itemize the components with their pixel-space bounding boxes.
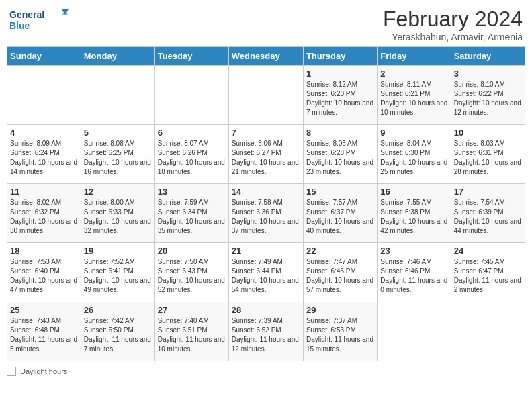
day-number: 7 <box>232 128 300 138</box>
day-info: Sunrise: 7:54 AM Sunset: 6:39 PM Dayligh… <box>454 198 522 236</box>
calendar-cell: 15Sunrise: 7:57 AM Sunset: 6:37 PM Dayli… <box>303 184 377 243</box>
day-info: Sunrise: 8:04 AM Sunset: 6:30 PM Dayligh… <box>380 139 447 177</box>
day-info: Sunrise: 8:11 AM Sunset: 6:21 PM Dayligh… <box>380 80 447 118</box>
day-number: 13 <box>158 187 226 197</box>
calendar-cell: 8Sunrise: 8:05 AM Sunset: 6:28 PM Daylig… <box>303 125 377 184</box>
calendar-day-header: Monday <box>81 47 154 66</box>
day-number: 8 <box>306 128 374 138</box>
calendar-week-row: 11Sunrise: 8:02 AM Sunset: 6:32 PM Dayli… <box>7 184 525 243</box>
day-number: 4 <box>10 128 78 138</box>
day-number: 5 <box>84 128 152 138</box>
calendar-cell: 12Sunrise: 8:00 AM Sunset: 6:33 PM Dayli… <box>81 184 154 243</box>
calendar-cell: 18Sunrise: 7:53 AM Sunset: 6:40 PM Dayli… <box>7 243 81 302</box>
day-info: Sunrise: 7:57 AM Sunset: 6:37 PM Dayligh… <box>306 198 374 236</box>
day-info: Sunrise: 7:43 AM Sunset: 6:48 PM Dayligh… <box>10 316 78 354</box>
calendar-day-header: Tuesday <box>154 47 228 66</box>
calendar-week-row: 25Sunrise: 7:43 AM Sunset: 6:48 PM Dayli… <box>7 302 525 361</box>
day-number: 21 <box>232 246 300 256</box>
calendar-day-header: Friday <box>378 47 451 66</box>
calendar-day-header: Thursday <box>303 47 377 66</box>
day-number: 2 <box>380 68 447 79</box>
logo: General Blue <box>9 7 70 34</box>
day-number: 12 <box>84 187 152 197</box>
day-info: Sunrise: 8:07 AM Sunset: 6:26 PM Dayligh… <box>158 139 226 177</box>
calendar-cell: 24Sunrise: 7:45 AM Sunset: 6:47 PM Dayli… <box>451 243 525 302</box>
day-number: 3 <box>454 68 522 79</box>
day-number: 16 <box>380 187 447 197</box>
day-info: Sunrise: 7:37 AM Sunset: 6:53 PM Dayligh… <box>306 316 374 354</box>
calendar-cell: 9Sunrise: 8:04 AM Sunset: 6:30 PM Daylig… <box>378 125 451 184</box>
day-info: Sunrise: 8:02 AM Sunset: 6:32 PM Dayligh… <box>10 198 78 236</box>
calendar-cell: 20Sunrise: 7:50 AM Sunset: 6:43 PM Dayli… <box>154 243 228 302</box>
day-number: 9 <box>380 128 447 138</box>
day-number: 11 <box>10 187 78 197</box>
day-number: 6 <box>158 128 226 138</box>
day-info: Sunrise: 7:40 AM Sunset: 6:51 PM Dayligh… <box>158 316 226 354</box>
day-info: Sunrise: 7:58 AM Sunset: 6:36 PM Dayligh… <box>232 198 300 236</box>
calendar-cell: 13Sunrise: 7:59 AM Sunset: 6:34 PM Dayli… <box>154 184 228 243</box>
day-info: Sunrise: 8:03 AM Sunset: 6:31 PM Dayligh… <box>454 139 522 177</box>
calendar-cell <box>7 66 81 125</box>
day-number: 19 <box>84 246 152 256</box>
calendar-cell <box>451 302 525 361</box>
calendar-day-header: Saturday <box>451 47 525 66</box>
day-info: Sunrise: 7:55 AM Sunset: 6:38 PM Dayligh… <box>380 198 447 236</box>
page-header: General Blue February 2024 Yeraskhahun, … <box>7 7 525 42</box>
day-number: 22 <box>306 246 374 256</box>
calendar-cell: 2Sunrise: 8:11 AM Sunset: 6:21 PM Daylig… <box>378 66 451 125</box>
day-number: 23 <box>380 246 447 256</box>
day-info: Sunrise: 8:09 AM Sunset: 6:24 PM Dayligh… <box>10 139 78 177</box>
day-info: Sunrise: 8:12 AM Sunset: 6:20 PM Dayligh… <box>306 80 374 118</box>
calendar-day-header: Sunday <box>7 47 81 66</box>
page-title: February 2024 <box>383 7 523 32</box>
calendar-cell: 5Sunrise: 8:08 AM Sunset: 6:25 PM Daylig… <box>81 125 154 184</box>
day-info: Sunrise: 7:50 AM Sunset: 6:43 PM Dayligh… <box>158 257 226 295</box>
day-info: Sunrise: 8:00 AM Sunset: 6:33 PM Dayligh… <box>84 198 152 236</box>
calendar-cell <box>81 66 154 125</box>
day-number: 28 <box>232 305 300 315</box>
calendar-cell: 26Sunrise: 7:42 AM Sunset: 6:50 PM Dayli… <box>81 302 154 361</box>
calendar-day-header: Wednesday <box>228 47 303 66</box>
day-number: 24 <box>454 246 522 256</box>
calendar-table: SundayMondayTuesdayWednesdayThursdayFrid… <box>7 46 525 361</box>
day-info: Sunrise: 8:10 AM Sunset: 6:22 PM Dayligh… <box>454 80 522 118</box>
calendar-body: 1Sunrise: 8:12 AM Sunset: 6:20 PM Daylig… <box>7 66 525 361</box>
day-number: 1 <box>306 68 374 79</box>
day-number: 25 <box>10 305 78 315</box>
day-info: Sunrise: 7:47 AM Sunset: 6:45 PM Dayligh… <box>306 257 374 295</box>
calendar-cell: 21Sunrise: 7:49 AM Sunset: 6:44 PM Dayli… <box>228 243 303 302</box>
calendar-cell: 22Sunrise: 7:47 AM Sunset: 6:45 PM Dayli… <box>303 243 377 302</box>
calendar-cell <box>378 302 451 361</box>
day-info: Sunrise: 8:06 AM Sunset: 6:27 PM Dayligh… <box>232 139 300 177</box>
calendar-cell: 23Sunrise: 7:46 AM Sunset: 6:46 PM Dayli… <box>378 243 451 302</box>
day-info: Sunrise: 7:45 AM Sunset: 6:47 PM Dayligh… <box>454 257 522 295</box>
calendar-cell: 1Sunrise: 8:12 AM Sunset: 6:20 PM Daylig… <box>303 66 377 125</box>
calendar-week-row: 4Sunrise: 8:09 AM Sunset: 6:24 PM Daylig… <box>7 125 525 184</box>
calendar-cell: 28Sunrise: 7:39 AM Sunset: 6:52 PM Dayli… <box>228 302 303 361</box>
day-info: Sunrise: 7:42 AM Sunset: 6:50 PM Dayligh… <box>84 316 152 354</box>
title-block: February 2024 Yeraskhahun, Armavir, Arme… <box>383 7 523 42</box>
day-number: 26 <box>84 305 152 315</box>
calendar-cell: 11Sunrise: 8:02 AM Sunset: 6:32 PM Dayli… <box>7 184 81 243</box>
day-info: Sunrise: 8:08 AM Sunset: 6:25 PM Dayligh… <box>84 139 152 177</box>
calendar-cell: 6Sunrise: 8:07 AM Sunset: 6:26 PM Daylig… <box>154 125 228 184</box>
day-info: Sunrise: 7:59 AM Sunset: 6:34 PM Dayligh… <box>158 198 226 236</box>
calendar-cell: 14Sunrise: 7:58 AM Sunset: 6:36 PM Dayli… <box>228 184 303 243</box>
day-info: Sunrise: 7:46 AM Sunset: 6:46 PM Dayligh… <box>380 257 447 295</box>
day-number: 27 <box>158 305 226 315</box>
day-info: Sunrise: 7:52 AM Sunset: 6:41 PM Dayligh… <box>84 257 152 295</box>
day-number: 14 <box>232 187 300 197</box>
day-number: 10 <box>454 128 522 138</box>
calendar-cell <box>154 66 228 125</box>
calendar-cell: 25Sunrise: 7:43 AM Sunset: 6:48 PM Dayli… <box>7 302 81 361</box>
legend-box <box>7 367 16 376</box>
calendar-cell: 7Sunrise: 8:06 AM Sunset: 6:27 PM Daylig… <box>228 125 303 184</box>
calendar-cell: 10Sunrise: 8:03 AM Sunset: 6:31 PM Dayli… <box>451 125 525 184</box>
calendar-cell: 17Sunrise: 7:54 AM Sunset: 6:39 PM Dayli… <box>451 184 525 243</box>
svg-text:Blue: Blue <box>9 20 30 31</box>
day-info: Sunrise: 8:05 AM Sunset: 6:28 PM Dayligh… <box>306 139 374 177</box>
day-number: 15 <box>306 187 374 197</box>
day-number: 29 <box>306 305 374 315</box>
calendar-cell: 19Sunrise: 7:52 AM Sunset: 6:41 PM Dayli… <box>81 243 154 302</box>
calendar-cell: 16Sunrise: 7:55 AM Sunset: 6:38 PM Dayli… <box>378 184 451 243</box>
